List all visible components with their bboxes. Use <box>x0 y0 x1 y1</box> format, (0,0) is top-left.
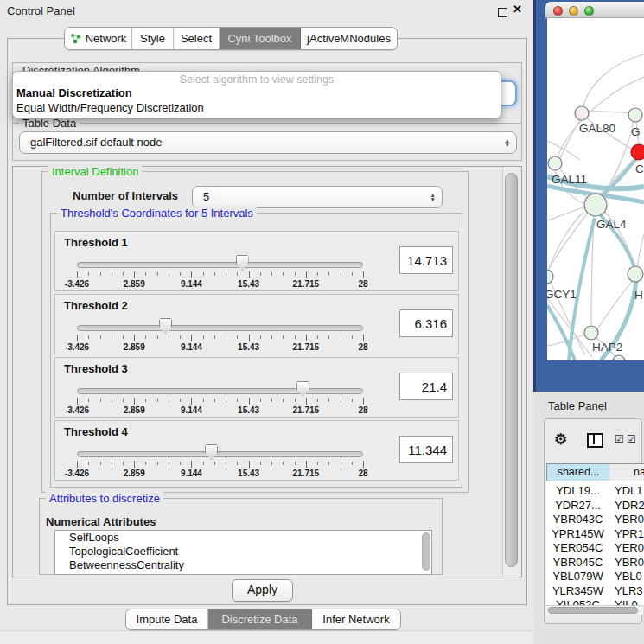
table-row[interactable]: YPR145WYPR1 <box>546 527 644 542</box>
tick-major <box>249 398 250 405</box>
tick <box>260 462 261 465</box>
slider-thumb[interactable] <box>205 444 218 460</box>
tick <box>169 399 169 402</box>
tick <box>157 335 158 339</box>
tab-label: Select <box>181 32 212 45</box>
attribute-item-betweennesscentrality[interactable]: BetweennessCentrality <box>55 558 431 572</box>
slider-track[interactable] <box>77 388 363 394</box>
close-traffic-light-icon[interactable] <box>553 6 563 16</box>
threshold-value-input[interactable] <box>399 246 453 274</box>
checkbox-icon[interactable]: ☑ <box>627 433 636 445</box>
table-row[interactable]: YDL19...YDL1 <box>546 484 644 499</box>
network-node-gal80[interactable] <box>575 106 589 120</box>
gear-icon[interactable]: ⚙ <box>554 430 567 449</box>
scale-label: -3.426 <box>65 405 89 415</box>
table-row[interactable]: YLR345WYLR3 <box>546 584 644 599</box>
table-row[interactable]: YBR045CYBR0 <box>546 556 644 571</box>
list-scrollbar-thumb[interactable] <box>422 532 430 571</box>
tick-major <box>249 271 250 278</box>
table-body[interactable]: YDL19...YDL1YDR27...YDR2YBR043CYBR0YPR14… <box>546 481 644 605</box>
network-node-hap2[interactable] <box>584 326 598 340</box>
attribute-item-topologicalcoefficient[interactable]: TopologicalCoefficient <box>55 545 431 558</box>
popup-option-equal-width-frequency-discretization[interactable]: Equal Width/Frequency Discretization <box>13 100 501 115</box>
tick <box>226 272 226 276</box>
tick <box>203 462 204 465</box>
network-node-gal4[interactable] <box>584 194 607 216</box>
node-label: HAP2 <box>592 341 622 354</box>
tick-major <box>363 335 364 341</box>
table-data-select[interactable]: galFiltered.sif default node ▲▼ <box>19 131 517 154</box>
tab-style[interactable]: Style <box>132 28 174 49</box>
tab-select[interactable]: Select <box>174 28 220 49</box>
table-row[interactable]: YER054CYER0 <box>546 541 644 556</box>
table-row[interactable]: YBL079WYBL0 <box>546 570 644 584</box>
attribute-item-selfloops[interactable]: SelfLoops <box>55 531 431 545</box>
tick <box>112 335 112 339</box>
network-node-g[interactable] <box>628 108 642 122</box>
slider-scale-labels: -3.4262.8599.14415.4321.71528 <box>77 405 363 415</box>
scale-label: 15.43 <box>238 342 259 352</box>
number-of-intervals-select[interactable]: 5 ▲▼ <box>192 186 443 208</box>
slider-track[interactable] <box>77 262 363 268</box>
column-header-name[interactable]: na <box>609 463 644 481</box>
network-window-titlebar[interactable] <box>545 2 644 18</box>
slider-track[interactable] <box>77 325 363 331</box>
threshold-title: Threshold 3 <box>64 362 128 375</box>
tab-label: Impute Data <box>137 613 198 626</box>
cell-shared-name: YDL19... <box>546 484 609 497</box>
column-header-shared[interactable]: shared... <box>546 463 610 481</box>
slider-thumb[interactable] <box>236 255 249 271</box>
scale-label: 28 <box>358 405 367 415</box>
zoom-traffic-light-icon[interactable] <box>584 6 594 16</box>
threshold-value-input[interactable] <box>399 373 453 400</box>
close-icon[interactable]: ✕ <box>513 3 522 16</box>
minimize-traffic-light-icon[interactable] <box>569 6 578 16</box>
apply-button[interactable]: Apply <box>232 579 293 602</box>
tab-impute-data[interactable]: Impute Data <box>126 609 208 629</box>
table-panel-title: Table Panel <box>548 399 607 412</box>
table-row[interactable]: YDR27...YDR2 <box>546 499 644 513</box>
tab-label: Network <box>86 32 127 45</box>
horizontal-scrollbar-thumb[interactable] <box>548 607 638 614</box>
cell-name: YIL0 <box>615 598 644 605</box>
network-edge <box>547 213 588 272</box>
network-node-h[interactable] <box>628 266 643 282</box>
tick <box>260 399 261 402</box>
tick <box>157 462 158 465</box>
scale-label: 2.859 <box>124 469 145 478</box>
network-node-gal11[interactable] <box>548 156 562 170</box>
scale-label: 9.144 <box>181 469 202 478</box>
tab-network[interactable]: Network <box>65 28 132 49</box>
scale-label: 28 <box>358 469 367 478</box>
checkbox-icon[interactable]: ☑ <box>615 433 624 445</box>
tick <box>237 272 238 276</box>
tick <box>145 399 146 402</box>
slider-track[interactable] <box>77 451 363 457</box>
tab-jactivemnodules[interactable]: jActiveMNodules <box>301 28 397 49</box>
network-canvas[interactable]: GAL80GCGAL11GAL4GCY1HHAP2 <box>547 18 644 360</box>
network-graph: GAL80GCGAL11GAL4GCY1HHAP2 <box>547 18 644 360</box>
split-columns-icon[interactable] <box>587 433 603 448</box>
scale-label: -3.426 <box>65 342 89 352</box>
bottom-divider <box>0 630 533 644</box>
tick <box>283 335 284 339</box>
tab-discretize-data[interactable]: Discretize Data <box>208 609 312 629</box>
threshold-value-input[interactable] <box>399 436 453 463</box>
network-node-gcy1[interactable] <box>547 270 553 284</box>
tick <box>180 462 181 465</box>
tick <box>283 462 284 465</box>
tab-infer-network[interactable]: Infer Network <box>312 609 400 629</box>
numerical-attributes-list[interactable]: SelfLoopsTopologicalCoefficientBetweenne… <box>54 530 432 575</box>
threshold-value-input[interactable] <box>399 309 453 337</box>
table-row[interactable]: YIL052CYIL0 <box>546 598 644 605</box>
table-row[interactable]: YBR043CYBR0 <box>546 513 644 527</box>
float-window-icon[interactable] <box>498 8 507 17</box>
tick-major <box>363 271 364 278</box>
tab-cyni-toolbox[interactable]: Cyni Toolbox <box>220 28 301 49</box>
control-panel-tab-strip: NetworkStyleSelectCyni ToolboxjActiveMNo… <box>64 27 398 50</box>
slider-thumb[interactable] <box>159 318 172 334</box>
vertical-scrollbar-thumb[interactable] <box>505 173 518 567</box>
popup-option-manual-discretization[interactable]: Manual Discretization <box>13 86 501 100</box>
slider-thumb[interactable] <box>296 381 309 397</box>
network-node-c[interactable] <box>631 144 644 160</box>
